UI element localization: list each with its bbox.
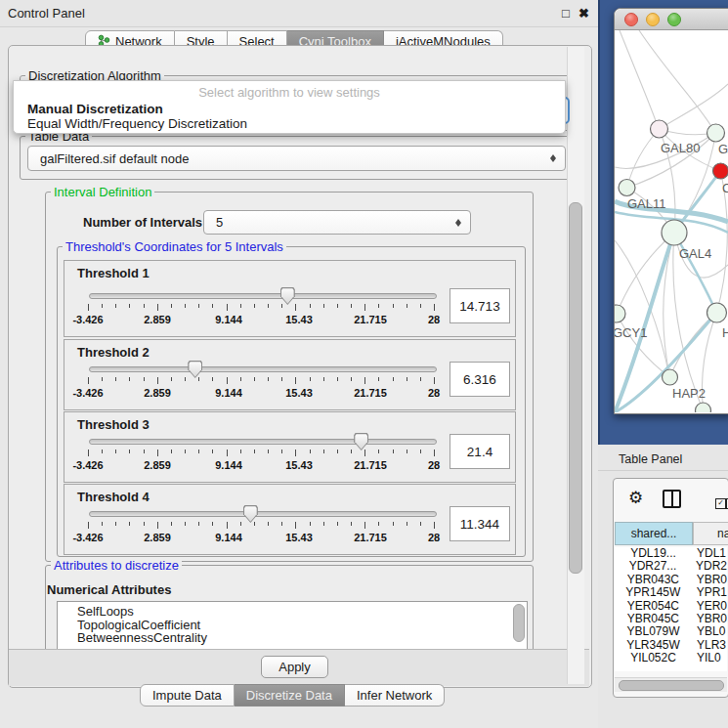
table-row[interactable]: YER054CYER0 bbox=[615, 600, 727, 613]
tick-mark bbox=[295, 522, 296, 529]
tick-mark bbox=[115, 522, 116, 526]
tick-mark bbox=[129, 450, 130, 453]
algorithm-hint: Select algorithm to view settings bbox=[14, 85, 565, 100]
number-of-intervals-combobox[interactable]: 5 bbox=[203, 210, 471, 235]
threshold-value-field[interactable]: 21.4 bbox=[450, 434, 510, 469]
tick-label: 21.715 bbox=[354, 459, 387, 471]
minimize-button[interactable] bbox=[646, 13, 660, 26]
tick-label: 15.43 bbox=[285, 387, 313, 399]
threshold-slider-track[interactable] bbox=[89, 293, 437, 299]
numerical-attributes-list[interactable]: SelfLoopsTopologicalCoefficientBetweenne… bbox=[57, 601, 528, 653]
list-item[interactable]: SelfLoops bbox=[58, 605, 527, 619]
attributes-group-title: Attributes to discretize bbox=[51, 558, 182, 573]
network-node-GCY1[interactable] bbox=[615, 305, 625, 322]
tick-mark bbox=[364, 522, 365, 529]
cell-name: YDL1 bbox=[692, 547, 726, 560]
table-hscrollbar[interactable] bbox=[615, 677, 727, 692]
algorithm-dropdown-popup: Select algorithm to view settings Manual… bbox=[13, 80, 566, 134]
table-rows[interactable]: YDL19...YDL1YDR27...YDR2YBR043CYBR0YPR14… bbox=[615, 547, 727, 671]
tick-mark bbox=[254, 304, 255, 308]
threshold-slider-thumb[interactable] bbox=[354, 433, 368, 450]
network-edge bbox=[627, 129, 660, 188]
column-header-name[interactable]: na bbox=[693, 522, 728, 545]
threshold-slider-track[interactable] bbox=[89, 366, 437, 372]
tick-mark bbox=[268, 304, 269, 308]
threshold-row-3: Threshold 3-3.4262.8599.14415.4321.71528… bbox=[64, 411, 516, 483]
list-item[interactable]: BetweennessCentrality bbox=[58, 631, 527, 645]
cell-shared-name: YIL052C bbox=[615, 652, 692, 664]
panel-scrollbar-thumb[interactable] bbox=[569, 202, 582, 574]
table-row[interactable]: YBR043CYBR0 bbox=[615, 574, 727, 586]
tick-mark bbox=[212, 450, 213, 453]
table-panel-title: Table Panel bbox=[619, 452, 682, 466]
tick-mark bbox=[295, 304, 296, 311]
tab-impute-data[interactable]: Impute Data bbox=[140, 684, 235, 707]
tick-mark bbox=[171, 450, 172, 453]
gear-icon[interactable]: ⚙ bbox=[628, 488, 643, 508]
checkbox-icon[interactable]: ✓ bbox=[715, 498, 726, 509]
table-hscrollbar-thumb[interactable] bbox=[619, 680, 724, 691]
network-node-HAP2[interactable] bbox=[663, 369, 678, 385]
network-node-GAL80[interactable] bbox=[651, 120, 668, 138]
tick-mark bbox=[378, 377, 379, 381]
apply-button[interactable]: Apply bbox=[261, 656, 328, 678]
table-panel: ⚙ ✓ ✓ shared... na YDL19...YDL1YDR27...Y… bbox=[613, 478, 728, 698]
cell-name: YER0 bbox=[692, 600, 727, 613]
threshold-value-field[interactable]: 14.713 bbox=[450, 288, 510, 323]
tab-discretize-data[interactable]: Discretize Data bbox=[235, 684, 345, 707]
tick-mark bbox=[171, 377, 172, 381]
threshold-value-field[interactable]: 11.344 bbox=[450, 506, 510, 541]
list-scrollbar[interactable] bbox=[513, 604, 525, 642]
tick-mark bbox=[102, 450, 103, 453]
network-node-GA[interactable] bbox=[707, 124, 725, 142]
column-header-shared[interactable]: shared... bbox=[615, 522, 693, 545]
network-node-n9[interactable] bbox=[696, 403, 711, 412]
network-canvas[interactable]: GAL80GACGAL11GAL4GCY1HHAP2 bbox=[615, 30, 728, 412]
threshold-slider-thumb[interactable] bbox=[243, 505, 258, 523]
table-data-combobox[interactable]: galFiltered.sif default node bbox=[27, 146, 566, 171]
tick-mark bbox=[434, 377, 435, 384]
network-node-label: HAP2 bbox=[672, 386, 706, 401]
threshold-slider-thumb[interactable] bbox=[280, 287, 295, 305]
tick-mark bbox=[88, 304, 89, 311]
close-icon[interactable]: ✖ bbox=[578, 7, 589, 21]
network-node-C[interactable] bbox=[713, 163, 728, 179]
table-row[interactable]: YBL079WYBL0 bbox=[615, 625, 727, 638]
tick-mark bbox=[157, 450, 158, 456]
tick-label: 28 bbox=[428, 387, 440, 399]
tick-mark bbox=[144, 304, 145, 308]
network-node-GAL11[interactable] bbox=[619, 180, 635, 196]
float-window-icon[interactable]: □ bbox=[562, 7, 570, 21]
tick-label: 9.144 bbox=[215, 314, 242, 325]
tick-label: 28 bbox=[428, 532, 440, 543]
table-row[interactable]: YDR27...YDR2 bbox=[615, 560, 727, 573]
network-node-GAL4[interactable] bbox=[662, 220, 687, 245]
zoom-button[interactable] bbox=[667, 13, 681, 26]
threshold-slider-thumb[interactable] bbox=[188, 361, 202, 378]
table-row[interactable]: YLR345WYLR3 bbox=[615, 639, 727, 652]
threshold-slider-track[interactable] bbox=[89, 439, 437, 445]
threshold-value-field[interactable]: 6.316 bbox=[450, 362, 510, 397]
tick-mark bbox=[144, 377, 145, 381]
algorithm-option-equal-width[interactable]: Equal Width/Frequency Discretization bbox=[15, 116, 564, 131]
combo-arrows-icon bbox=[549, 151, 557, 165]
cell-shared-name: YDR27... bbox=[615, 560, 691, 573]
control-panel-titlebar: Control Panel □ ✖ bbox=[0, 0, 598, 27]
split-columns-icon[interactable] bbox=[663, 490, 681, 508]
algorithm-option-manual[interactable]: Manual Discretization bbox=[15, 102, 564, 116]
table-row[interactable]: YIL052CYIL0 bbox=[615, 652, 727, 664]
tab-infer-network[interactable]: Infer Network bbox=[345, 684, 445, 707]
network-node-H[interactable] bbox=[707, 303, 727, 322]
tick-mark bbox=[240, 522, 241, 526]
table-row[interactable]: YDL19...YDL1 bbox=[615, 547, 727, 560]
threshold-row-4: Threshold 4-3.4262.8599.14415.4321.71528… bbox=[64, 484, 516, 555]
tick-label: 2.859 bbox=[144, 387, 171, 399]
tick-mark bbox=[240, 304, 241, 308]
threshold-slider-track[interactable] bbox=[89, 511, 437, 517]
network-edge bbox=[660, 84, 728, 129]
list-item[interactable]: TopologicalCoefficient bbox=[58, 619, 527, 632]
cell-name: YPR1 bbox=[692, 586, 727, 599]
close-button[interactable] bbox=[624, 13, 638, 26]
table-row[interactable]: YBR045CYBR0 bbox=[615, 613, 727, 625]
table-row[interactable]: YPR145WYPR1 bbox=[615, 586, 727, 599]
